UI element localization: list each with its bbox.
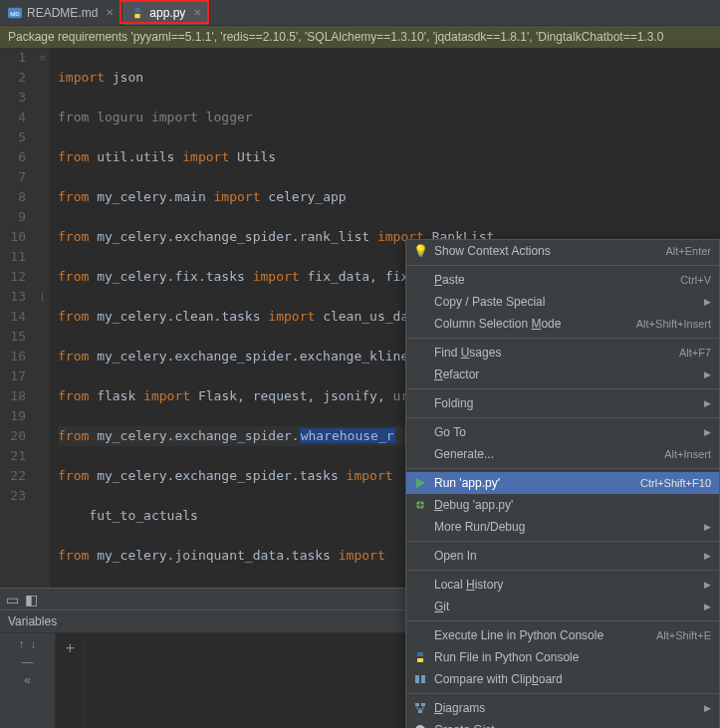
menu-generate[interactable]: Generate... Alt+Insert xyxy=(406,443,719,465)
menu-open-in[interactable]: Open In ▶ xyxy=(406,545,719,567)
python-icon xyxy=(412,649,428,665)
menu-diagrams[interactable]: Diagrams ▶ xyxy=(406,697,719,719)
add-icon[interactable]: + xyxy=(66,639,75,728)
close-icon[interactable]: ✕ xyxy=(106,7,114,18)
chevron-right-icon: ▶ xyxy=(704,427,711,437)
context-menu: 💡 Show Context Actions Alt+Enter Paste C… xyxy=(405,239,720,728)
menu-refactor[interactable]: Refactor ▶ xyxy=(406,364,719,385)
menu-run-file-console[interactable]: Run File in Python Console xyxy=(406,646,719,668)
menu-copy-paste-special[interactable]: Copy / Paste Special ▶ xyxy=(406,291,719,313)
menu-debug[interactable]: Debug 'app.py' xyxy=(406,494,719,516)
diagram-icon xyxy=(412,700,428,716)
svg-text:MD: MD xyxy=(10,9,20,16)
menu-local-history[interactable]: Local History ▶ xyxy=(406,574,719,596)
tab-app-py[interactable]: app.py ✕ xyxy=(122,0,210,25)
run-icon xyxy=(412,475,428,491)
svg-rect-3 xyxy=(415,675,419,683)
menu-compare-clipboard[interactable]: Compare with Clipboard xyxy=(406,668,719,690)
package-requirements-banner[interactable]: Package requirements 'pyyaml==5.1.1', 'r… xyxy=(0,26,720,48)
chevron-right-icon: ▶ xyxy=(704,703,711,713)
svg-rect-6 xyxy=(421,703,425,706)
menu-goto[interactable]: Go To ▶ xyxy=(406,421,719,443)
step-up-icon[interactable]: ↑ xyxy=(19,637,25,651)
chevron-right-icon: ▶ xyxy=(704,369,711,379)
close-icon[interactable]: ✕ xyxy=(193,7,201,18)
chevron-right-icon: ▶ xyxy=(704,398,711,408)
menu-find-usages[interactable]: Find Usages Alt+F7 xyxy=(406,342,719,364)
github-icon xyxy=(412,722,428,728)
chevron-right-icon: ▶ xyxy=(704,522,711,532)
markdown-icon: MD xyxy=(8,6,22,20)
svg-rect-7 xyxy=(418,710,422,713)
tab-label: app.py xyxy=(149,6,185,20)
step-down-icon[interactable]: ↓ xyxy=(31,637,37,651)
editor-tabs: MD README.md ✕ app.py ✕ xyxy=(0,0,720,26)
tab-readme[interactable]: MD README.md ✕ xyxy=(0,0,122,25)
compare-icon xyxy=(412,671,428,687)
menu-paste[interactable]: Paste Ctrl+V xyxy=(406,269,719,291)
menu-create-gist[interactable]: Create Gist... xyxy=(406,719,719,728)
debug-icon xyxy=(412,497,428,513)
python-icon xyxy=(130,6,144,20)
chevron-right-icon: ▶ xyxy=(704,297,711,307)
svg-rect-4 xyxy=(421,675,425,683)
menu-folding[interactable]: Folding ▶ xyxy=(406,392,719,414)
tab-label: README.md xyxy=(27,6,98,20)
menu-more-run-debug[interactable]: More Run/Debug ▶ xyxy=(406,516,719,538)
menu-execute-line[interactable]: Execute Line in Python Console Alt+Shift… xyxy=(406,624,719,646)
sidebar-icon[interactable]: ◧ xyxy=(25,592,38,607)
chevron-right-icon: ▶ xyxy=(704,580,711,590)
menu-git[interactable]: Git ▶ xyxy=(406,596,719,617)
collapse-icon[interactable]: — xyxy=(22,655,34,669)
expand-icon[interactable]: « xyxy=(24,673,31,687)
menu-run[interactable]: Run 'app.py' Ctrl+Shift+F10 xyxy=(406,472,719,494)
menu-column-selection[interactable]: Column Selection Mode Alt+Shift+Insert xyxy=(406,313,719,335)
svg-rect-5 xyxy=(415,703,419,706)
menu-show-context-actions[interactable]: 💡 Show Context Actions Alt+Enter xyxy=(406,240,719,262)
bulb-icon: 💡 xyxy=(412,243,428,259)
chevron-right-icon: ▶ xyxy=(704,602,711,611)
layout-icon[interactable]: ▭ xyxy=(6,592,19,607)
variables-toolbar: ↑↓ — « xyxy=(0,633,56,728)
chevron-right-icon: ▶ xyxy=(704,551,711,561)
